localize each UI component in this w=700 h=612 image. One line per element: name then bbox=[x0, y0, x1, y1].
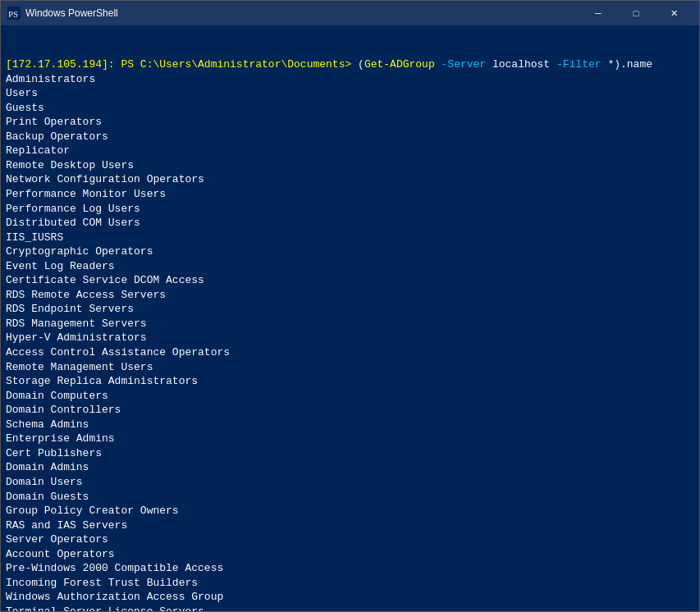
list-item: Network Configuration Operators bbox=[6, 172, 694, 187]
terminal-output[interactable]: [172.17.105.194]: PS C:\Users\Administra… bbox=[1, 25, 699, 611]
list-item: Certificate Service DCOM Access bbox=[6, 273, 694, 288]
list-item: Domain Controllers bbox=[6, 403, 694, 418]
list-item: IIS_IUSRS bbox=[6, 231, 694, 245]
list-item: Access Control Assistance Operators bbox=[6, 345, 694, 360]
prompt: [172.17.105.194]: PS C:\Users\Administra… bbox=[6, 58, 358, 71]
title-bar: PS Windows PowerShell ─ □ ✕ bbox=[1, 1, 699, 25]
command-line: [172.17.105.194]: PS C:\Users\Administra… bbox=[6, 57, 694, 72]
list-item: Domain Computers bbox=[6, 389, 694, 404]
list-item: Server Operators bbox=[6, 532, 694, 547]
list-item: Administrators bbox=[6, 72, 694, 87]
list-item: RDS Remote Access Servers bbox=[6, 288, 694, 303]
close-button[interactable]: ✕ bbox=[655, 1, 693, 25]
list-item: Performance Monitor Users bbox=[6, 187, 694, 202]
svg-text:PS: PS bbox=[8, 9, 18, 19]
list-item: Cryptographic Operators bbox=[6, 244, 694, 259]
list-item: Domain Admins bbox=[6, 460, 694, 475]
list-item: Domain Users bbox=[6, 475, 694, 490]
list-item: Replicator bbox=[6, 144, 694, 158]
list-item: Users bbox=[6, 86, 694, 101]
list-item: Domain Guests bbox=[6, 490, 694, 505]
list-item: Windows Authorization Access Group bbox=[6, 590, 694, 605]
list-item: Remote Desktop Users bbox=[6, 158, 694, 173]
list-item: Remote Management Users bbox=[6, 360, 694, 375]
list-item: RDS Endpoint Servers bbox=[6, 302, 694, 317]
list-item: Distributed COM Users bbox=[6, 216, 694, 231]
list-item: Hyper-V Administrators bbox=[6, 331, 694, 345]
command-text: (Get-ADGroup -Server localhost -Filter *… bbox=[358, 58, 652, 71]
list-item: Account Operators bbox=[6, 547, 694, 562]
list-item: Storage Replica Administrators bbox=[6, 374, 694, 389]
list-item: RAS and IAS Servers bbox=[6, 518, 694, 533]
list-item: Guests bbox=[6, 101, 694, 116]
list-item: RDS Management Servers bbox=[6, 317, 694, 331]
minimize-button[interactable]: ─ bbox=[579, 1, 617, 25]
list-item: Schema Admins bbox=[6, 418, 694, 432]
list-item: Terminal Server License Servers bbox=[6, 605, 694, 611]
window-controls: ─ □ ✕ bbox=[579, 1, 693, 25]
list-item: Group Policy Creator Owners bbox=[6, 504, 694, 518]
list-item: Incoming Forest Trust Builders bbox=[6, 576, 694, 591]
app-icon: PS bbox=[7, 7, 21, 20]
list-item: Performance Log Users bbox=[6, 202, 694, 217]
list-item: Event Log Readers bbox=[6, 259, 694, 274]
maximize-button[interactable]: □ bbox=[617, 1, 655, 25]
list-item: Print Operators bbox=[6, 115, 694, 130]
list-item: Enterprise Admins bbox=[6, 432, 694, 446]
window-title: Windows PowerShell bbox=[25, 7, 579, 19]
list-item: Backup Operators bbox=[6, 130, 694, 144]
list-item: Cert Publishers bbox=[6, 446, 694, 461]
list-item: Pre-Windows 2000 Compatible Access bbox=[6, 561, 694, 576]
